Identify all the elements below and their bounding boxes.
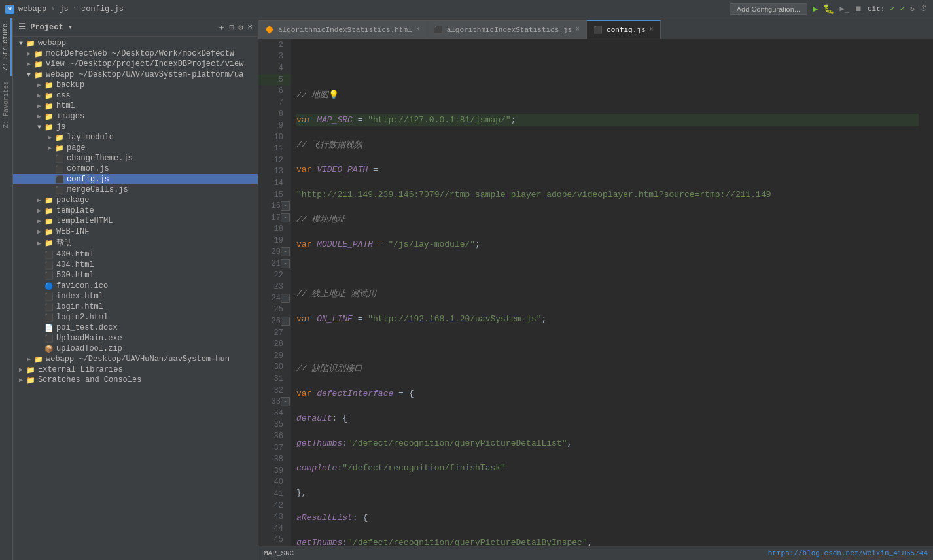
tree-item-favicon[interactable]: ▶ 🔵 favicon.ico xyxy=(13,281,258,291)
label-index: index.html xyxy=(56,292,103,301)
tree-item-mockDefectWeb[interactable]: ▶ 📁 mockDefectWeb ~/Desktop/Work/mockDef… xyxy=(13,48,258,59)
tree-item-webapp-platform[interactable]: ▼ 📁 webapp ~/Desktop/UAV/uavSystem-platf… xyxy=(13,69,258,80)
label-upload: UploadMain.exe xyxy=(56,334,122,343)
gutter-15: 15 xyxy=(258,189,291,201)
line-16: var defectInterface = { xyxy=(296,387,919,400)
tree-item-changeTheme[interactable]: ▶ ⬛ changeTheme.js xyxy=(13,153,258,164)
tree-item-package[interactable]: ▶ 📁 package xyxy=(13,195,258,205)
fold-26[interactable]: - xyxy=(281,317,290,326)
fold-21[interactable]: - xyxy=(281,259,290,268)
tree-item-images[interactable]: ▶ 📁 images xyxy=(13,111,258,122)
tree-item-400[interactable]: ▶ ⬛ 400.html xyxy=(13,249,258,260)
tab-config[interactable]: ⬛ config.js × xyxy=(587,20,660,39)
js-icon-changeTheme: ⬛ xyxy=(55,154,64,163)
arrow-package: ▶ xyxy=(34,196,44,204)
tree-item-external[interactable]: ▶ 📁 External Libraries xyxy=(13,364,258,375)
collapse-icon[interactable]: ⊟ xyxy=(230,22,235,33)
tree-item-login2[interactable]: ▶ ⬛ login2.html xyxy=(13,312,258,323)
favorites-tab[interactable]: Z: Favorites xyxy=(1,76,11,133)
tree-item-lay-module[interactable]: ▶ 📁 lay-module xyxy=(13,132,258,143)
git-clock-icon[interactable]: ⏱ xyxy=(920,4,928,14)
line-5: var MAP_SRC = "http://127.0.0.1:81/jsmap… xyxy=(296,114,919,126)
arrow-scratches: ▶ xyxy=(16,376,26,384)
tree-item-common[interactable]: ▶ ⬛ common.js xyxy=(13,164,258,174)
tree-item-login[interactable]: ▶ ⬛ login.html xyxy=(13,302,258,312)
tree-item-config[interactable]: ▶ ⬛ config.js xyxy=(13,174,258,184)
tab-close-algHTML[interactable]: × xyxy=(416,26,420,33)
tabs-bar: 🔶 algorithmicIndexStatistics.html × ⬛ al… xyxy=(258,18,933,39)
tree-item-500[interactable]: ▶ ⬛ 500.html xyxy=(13,270,258,281)
tab-algorithmicJS[interactable]: ⬛ algorithmicIndexStatistics.js × xyxy=(427,20,587,39)
tree-item-index[interactable]: ▶ ⬛ index.html xyxy=(13,291,258,302)
tree-item-html[interactable]: ▶ 📁 html xyxy=(13,101,258,111)
tab-close-config[interactable]: × xyxy=(650,26,654,33)
tab-algorithmicHTML[interactable]: 🔶 algorithmicIndexStatistics.html × xyxy=(258,20,427,39)
close-sidebar-icon[interactable]: × xyxy=(247,22,253,32)
tree-item-uploadzip[interactable]: ▶ 📦 uploadTool.zip xyxy=(13,343,258,354)
gutter-36: 36 xyxy=(258,430,291,442)
tab-js-icon3: ⬛ xyxy=(593,26,603,34)
tree-item-upload[interactable]: ▶ ⬛ UploadMain.exe xyxy=(13,333,258,343)
line-20: }, xyxy=(296,487,919,499)
label-login2: login2.html xyxy=(56,313,108,322)
tab-label-config: config.js xyxy=(607,26,645,34)
run-with-coverage-icon[interactable]: ▶̲ xyxy=(839,4,849,14)
folder-icon-templateHTML: 📁 xyxy=(44,217,54,226)
stop-icon[interactable]: ⏹ xyxy=(854,4,862,14)
settings-icon[interactable]: ⚙ xyxy=(238,22,243,33)
gutter-28: 28 xyxy=(258,338,291,350)
structure-tab[interactable]: Z: Structure xyxy=(1,18,12,76)
editor-area: 🔶 algorithmicIndexStatistics.html × ⬛ al… xyxy=(258,18,933,560)
fold-33[interactable]: - xyxy=(281,397,290,406)
tree-item-404[interactable]: ▶ ⬛ 404.html xyxy=(13,260,258,270)
fold-24[interactable]: - xyxy=(281,294,290,303)
tree-item-css[interactable]: ▶ 📁 css xyxy=(13,90,258,101)
tree-item-webapp-hunan[interactable]: ▶ 📁 webapp ~/Desktop/UAVHuNan/uavSystem-… xyxy=(13,354,258,364)
gutter-35: 35 xyxy=(258,419,291,431)
fold-20[interactable]: - xyxy=(281,247,290,256)
run-icon[interactable]: ▶ xyxy=(813,3,818,14)
code-editor[interactable]: →// 地图 💡 var MAP_SRC = "http://127.0.0.1… xyxy=(291,39,924,546)
tree-item-backup[interactable]: ▶ 📁 backup xyxy=(13,80,258,90)
gutter-27: 27 xyxy=(258,327,291,339)
tree-item-webinf[interactable]: ▶ 📁 WEB-INF xyxy=(13,226,258,237)
tab-close-algJS[interactable]: × xyxy=(576,26,580,33)
fold-16[interactable]: - xyxy=(281,201,290,211)
tree-item-page[interactable]: ▶ 📁 page xyxy=(13,143,258,153)
tree-item-scratches[interactable]: ▶ 📁 Scratches and Consoles xyxy=(13,375,258,385)
label-js: js xyxy=(56,122,65,131)
gutter-21: 21- xyxy=(258,258,291,270)
tree-item-js[interactable]: ▼ 📁 js xyxy=(13,122,258,132)
tree-item-templateHTML[interactable]: ▶ 📁 templateHTML xyxy=(13,216,258,226)
html-icon-500: ⬛ xyxy=(44,271,54,280)
tree-item-poi[interactable]: ▶ 📄 poi_test.docx xyxy=(13,323,258,333)
main-area: Z: Structure Z: Favorites ☰ Project ▾ ＋ … xyxy=(0,18,933,560)
add-config-button[interactable]: Add Configuration... xyxy=(730,3,807,15)
folder-icon-view: 📁 xyxy=(34,60,43,69)
tree-item-merge[interactable]: ▶ ⬛ mergeCells.js xyxy=(13,184,258,195)
js-icon-merge: ⬛ xyxy=(55,186,64,194)
tree-item-template[interactable]: ▶ 📁 template xyxy=(13,205,258,216)
arrow-images: ▶ xyxy=(34,113,44,120)
arrow-lay: ▶ xyxy=(44,133,55,141)
label-merge: mergeCells.js xyxy=(67,185,128,194)
tree-item-view[interactable]: ▶ 📁 view ~/Desktop/project/IndexDBProjec… xyxy=(13,59,258,69)
tab-html-icon1: 🔶 xyxy=(265,26,274,34)
status-bar-right: https://blog.csdn.net/weixin_41865744 xyxy=(768,550,928,557)
debug-icon[interactable]: 🐛 xyxy=(823,3,834,14)
line-9: // 模块地址 xyxy=(296,213,919,226)
gutter-12: 12 xyxy=(258,154,291,166)
label-changeTheme: changeTheme.js xyxy=(67,154,133,163)
tree-item-webapp-root[interactable]: ▼ 📁 webapp xyxy=(13,38,258,48)
folder-icon-mock: 📁 xyxy=(34,50,43,58)
sep2: › xyxy=(73,5,77,14)
line-12: // 线上地址 测试用 xyxy=(296,288,919,300)
label-page: page xyxy=(67,143,86,152)
tree-item-help[interactable]: ▶ 📁 帮助 xyxy=(13,237,258,249)
git-update-icon[interactable]: ↻ xyxy=(910,4,915,14)
zip-icon-upload: 📦 xyxy=(44,345,54,353)
fold-17[interactable]: - xyxy=(281,213,290,222)
gutter-2: 2 xyxy=(258,39,291,51)
folder-icon-webinf: 📁 xyxy=(44,228,54,236)
new-file-icon[interactable]: ＋ xyxy=(217,22,226,33)
